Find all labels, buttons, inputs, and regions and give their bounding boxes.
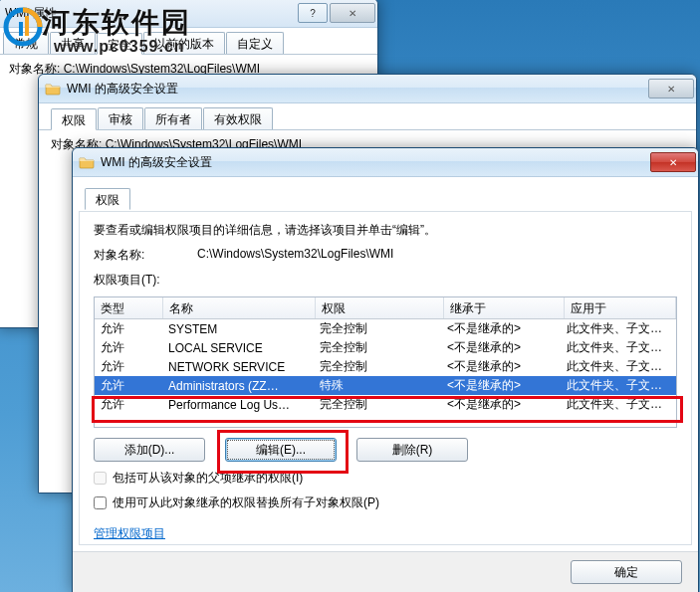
tabstrip: 权限 — [73, 183, 698, 209]
listview-header: 类型 名称 权限 继承于 应用于 — [95, 297, 676, 319]
permission-row[interactable]: 允许Performance Log Us…完全控制<不是继承的>此文件夹、子文件… — [95, 395, 676, 414]
cell-type: 允许 — [95, 320, 162, 337]
checkbox-replace-child-label: 使用可从此对象继承的权限替换所有子对象权限(P) — [113, 494, 379, 511]
cell-inherit: <不是继承的> — [441, 377, 561, 394]
col-type[interactable]: 类型 — [95, 297, 163, 318]
col-perm[interactable]: 权限 — [316, 297, 444, 318]
window-advanced-security-2: WMI 的高级安全设置 ✕ 权限 要查看或编辑权限项目的详细信息，请选择该项目并… — [72, 147, 699, 592]
list-label: 权限项目(T): — [94, 272, 677, 289]
add-button[interactable]: 添加(D)... — [94, 438, 205, 462]
cell-perm: 完全控制 — [314, 396, 441, 413]
close-button[interactable]: ✕ — [648, 79, 694, 99]
folder-icon — [79, 154, 95, 170]
window-title: WMI 属性 — [5, 5, 296, 22]
tab-permissions[interactable]: 权限 — [51, 108, 97, 130]
permission-row[interactable]: 允许NETWORK SERVICE完全控制<不是继承的>此文件夹、子文件夹… — [95, 357, 676, 376]
close-button[interactable]: ✕ — [330, 3, 375, 23]
cell-perm: 完全控制 — [314, 358, 441, 375]
tab-permissions[interactable]: 权限 — [85, 188, 130, 210]
cell-inherit: <不是继承的> — [441, 320, 561, 337]
tab-general[interactable]: 常规 — [3, 32, 49, 54]
tabstrip: 常规 共享 安全 以前的版本 自定义 — [0, 28, 377, 55]
tab-security[interactable]: 安全 — [97, 33, 142, 55]
tabstrip: 权限 审核 所有者 有效权限 — [39, 103, 696, 130]
titlebar[interactable]: WMI 属性 ? ✕ — [0, 0, 377, 28]
titlebar[interactable]: WMI 的高级安全设置 ✕ — [39, 75, 696, 103]
permission-row[interactable]: 允许Administrators (ZZ…特殊<不是继承的>此文件夹、子文件夹… — [95, 376, 676, 395]
tab-previous[interactable]: 以前的版本 — [143, 32, 225, 54]
cell-apply: 此文件夹、子文件夹… — [561, 320, 676, 337]
tab-auditing[interactable]: 审核 — [98, 107, 143, 129]
permission-listview[interactable]: 类型 名称 权限 继承于 应用于 允许SYSTEM完全控制<不是继承的>此文件夹… — [94, 296, 677, 428]
close-button[interactable]: ✕ — [650, 152, 696, 172]
cell-inherit: <不是继承的> — [441, 358, 561, 375]
col-apply[interactable]: 应用于 — [565, 297, 676, 318]
checkbox-include-inheritable[interactable] — [94, 472, 107, 485]
cell-perm: 完全控制 — [314, 320, 441, 337]
object-name-label: 对象名称: — [94, 247, 173, 264]
help-button[interactable]: ? — [298, 3, 328, 23]
cell-name: LOCAL SERVICE — [162, 341, 314, 355]
tab-panel-permissions: 要查看或编辑权限项目的详细信息，请选择该项目并单击“编辑”。 对象名称: C:\… — [79, 211, 692, 545]
permission-row[interactable]: 允许SYSTEM完全控制<不是继承的>此文件夹、子文件夹… — [95, 319, 676, 338]
cell-apply: 此文件夹、子文件夹… — [561, 358, 676, 375]
col-inherit[interactable]: 继承于 — [444, 297, 565, 318]
cell-type: 允许 — [95, 358, 162, 375]
cell-type: 允许 — [95, 396, 162, 413]
object-name-value: C:\Windows\System32\LogFiles\WMI — [197, 247, 677, 264]
window-title: WMI 的高级安全设置 — [101, 154, 648, 171]
cell-apply: 此文件夹、子文件夹… — [561, 339, 676, 356]
cell-name: NETWORK SERVICE — [162, 360, 314, 374]
window-title: WMI 的高级安全设置 — [67, 81, 646, 98]
cell-perm: 特殊 — [314, 377, 441, 394]
tab-owner[interactable]: 所有者 — [144, 107, 202, 129]
tab-custom[interactable]: 自定义 — [226, 32, 284, 54]
manage-permissions-link[interactable]: 管理权限项目 — [94, 526, 165, 540]
checkbox-replace-child[interactable] — [94, 496, 107, 509]
cell-type: 允许 — [95, 377, 162, 394]
folder-icon — [45, 81, 61, 97]
permission-row[interactable]: 允许LOCAL SERVICE完全控制<不是继承的>此文件夹、子文件夹… — [95, 338, 676, 357]
cell-inherit: <不是继承的> — [441, 339, 561, 356]
remove-button[interactable]: 删除(R) — [356, 438, 468, 462]
cell-perm: 完全控制 — [314, 339, 441, 356]
checkbox-include-inheritable-label: 包括可从该对象的父项继承的权限(I) — [113, 470, 303, 487]
cell-name: Performance Log Us… — [162, 398, 314, 412]
dialog-button-bar: 确定 — [73, 551, 698, 592]
cell-type: 允许 — [95, 339, 162, 356]
col-name[interactable]: 名称 — [163, 297, 316, 318]
titlebar[interactable]: WMI 的高级安全设置 ✕ — [73, 148, 698, 177]
cell-apply: 此文件夹、子文件夹… — [561, 377, 676, 394]
cell-name: Administrators (ZZ… — [162, 379, 314, 393]
cell-name: SYSTEM — [162, 322, 314, 336]
ok-button[interactable]: 确定 — [571, 560, 682, 584]
tab-effective[interactable]: 有效权限 — [203, 107, 273, 129]
edit-button[interactable]: 编辑(E)... — [225, 438, 337, 462]
instruction-text: 要查看或编辑权限项目的详细信息，请选择该项目并单击“编辑”。 — [94, 222, 677, 239]
cell-inherit: <不是继承的> — [441, 396, 561, 413]
tab-sharing[interactable]: 共享 — [50, 32, 96, 54]
cell-apply: 此文件夹、子文件夹… — [561, 396, 676, 413]
